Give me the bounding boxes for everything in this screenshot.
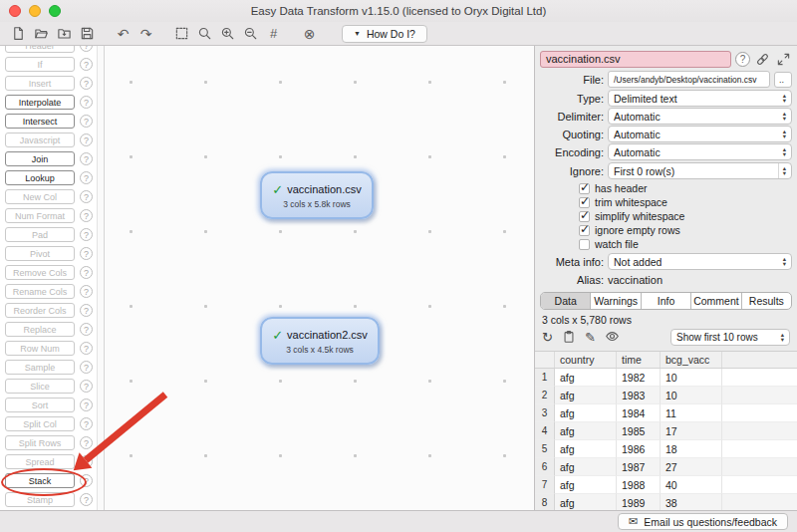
edit-button[interactable]: ✎ — [585, 331, 596, 344]
transform-button[interactable]: Sample — [5, 360, 75, 375]
node-name-field[interactable]: vaccination.csv — [540, 51, 731, 68]
transform-button[interactable]: Pad — [5, 227, 75, 242]
table-row[interactable]: 5 afg 1986 18 — [535, 440, 797, 458]
tab[interactable]: Data — [541, 293, 591, 309]
option-select[interactable]: Delimited text ▴ ▾ — [608, 90, 792, 107]
preview-button[interactable] — [605, 329, 620, 346]
alias-value[interactable]: vaccination — [608, 274, 663, 286]
checkbox[interactable]: ✓ — [579, 225, 590, 236]
help-icon[interactable]: ? — [735, 52, 750, 67]
help-icon[interactable]: ? — [80, 417, 93, 430]
browse-button[interactable]: .. — [774, 72, 792, 88]
transform-button[interactable]: Split Col — [5, 416, 75, 431]
option-select[interactable]: Automatic ▴ ▾ — [608, 143, 792, 160]
transform-button[interactable]: Split Rows — [5, 435, 75, 450]
column-header[interactable]: country — [555, 352, 617, 368]
meta-select[interactable]: Not added ▴ ▾ — [608, 253, 792, 270]
help-icon[interactable]: ? — [80, 323, 93, 336]
transform-button[interactable]: Slice — [5, 379, 75, 394]
help-icon[interactable]: ? — [80, 380, 93, 393]
zoom-in-button[interactable] — [217, 24, 238, 43]
transform-button[interactable]: If — [5, 57, 75, 72]
how-do-i-button[interactable]: ▼ How Do I? — [342, 25, 427, 43]
transform-button[interactable]: Spread — [5, 454, 75, 469]
help-icon[interactable]: ? — [80, 96, 93, 109]
ignore-spinbox[interactable]: First 0 row(s) ▴ ▾ — [608, 162, 792, 179]
copy-button[interactable] — [562, 330, 576, 346]
help-icon[interactable]: ? — [80, 190, 93, 203]
table-row[interactable]: 1 afg 1982 10 — [535, 369, 797, 387]
table-row[interactable]: 2 afg 1983 10 — [535, 387, 797, 404]
help-icon[interactable]: ? — [80, 342, 93, 355]
dataset-node[interactable]: ✓ vaccination.csv 3 cols x 5.8k rows — [260, 171, 374, 219]
help-icon[interactable]: ? — [80, 266, 93, 279]
option-select[interactable]: Automatic ▴ ▾ — [608, 126, 792, 142]
select-items-button[interactable] — [171, 24, 192, 43]
transform-button[interactable]: Lookup — [5, 170, 75, 185]
tab[interactable]: Warnings — [591, 293, 641, 309]
help-icon[interactable]: ? — [80, 228, 93, 241]
toggle-grid-button[interactable]: # — [263, 24, 284, 43]
tab[interactable]: Info — [642, 293, 691, 309]
transform-button[interactable]: Insert — [5, 76, 75, 91]
show-rows-select[interactable]: Show first 10 rows ▴ ▾ — [670, 329, 790, 346]
checkbox[interactable]: ✓ — [579, 211, 590, 222]
help-icon[interactable]: ? — [80, 133, 93, 146]
transform-button[interactable]: New Col — [5, 189, 75, 204]
help-icon[interactable]: ? — [80, 115, 93, 128]
transform-button[interactable]: Javascript — [5, 133, 75, 147]
help-icon[interactable]: ? — [80, 399, 93, 411]
redo-button[interactable]: ↷ — [135, 24, 156, 43]
help-icon[interactable]: ? — [80, 474, 93, 487]
spinner-buttons[interactable]: ▴ ▾ — [778, 163, 790, 178]
zoom-reset-button[interactable] — [194, 24, 215, 43]
transform-button[interactable]: Stamp — [5, 492, 75, 507]
transform-button[interactable]: Pivot — [5, 246, 75, 261]
checkbox[interactable]: ✓ — [579, 197, 590, 208]
sidebar-scrollbar[interactable] — [97, 46, 105, 510]
transform-button[interactable]: Header — [5, 46, 75, 53]
table-row[interactable]: 3 afg 1984 11 — [535, 404, 797, 422]
help-icon[interactable]: ? — [80, 58, 93, 71]
tab[interactable]: Comment — [691, 293, 741, 309]
table-row[interactable]: 4 afg 1985 17 — [535, 422, 797, 440]
cancel-button[interactable]: ⊗ — [299, 24, 320, 43]
transform-button[interactable]: Reorder Cols — [5, 303, 75, 318]
help-icon[interactable]: ? — [80, 46, 93, 52]
open-button[interactable] — [31, 24, 52, 43]
help-icon[interactable]: ? — [80, 152, 93, 165]
transform-button[interactable]: Stack — [5, 473, 75, 488]
transform-button[interactable]: Replace — [5, 322, 75, 337]
transform-button[interactable]: Row Num — [5, 341, 75, 356]
help-icon[interactable]: ? — [80, 493, 93, 506]
tab[interactable]: Results — [742, 293, 791, 309]
help-icon[interactable]: ? — [80, 247, 93, 260]
checkbox[interactable]: ✓ — [579, 239, 590, 250]
transform-button[interactable]: Sort — [5, 398, 75, 412]
table-row[interactable]: 8 afg 1989 38 — [535, 494, 797, 510]
help-icon[interactable]: ? — [80, 455, 93, 468]
help-icon[interactable]: ? — [80, 171, 93, 184]
table-row[interactable]: 7 afg 1988 40 — [535, 476, 797, 494]
help-icon[interactable]: ? — [80, 209, 93, 222]
column-header[interactable]: time — [617, 352, 661, 368]
help-icon[interactable]: ? — [80, 304, 93, 317]
table-row[interactable]: 6 afg 1987 27 — [535, 458, 797, 476]
option-select[interactable]: Automatic ▴ ▾ — [608, 108, 792, 125]
refresh-button[interactable]: ↻ — [542, 331, 553, 344]
transform-button[interactable]: Remove Cols — [5, 265, 75, 280]
dataset-node[interactable]: ✓ vaccination2.csv 3 cols x 4.5k rows — [260, 317, 380, 365]
undo-button[interactable]: ↶ — [113, 24, 133, 43]
help-icon[interactable]: ? — [80, 285, 93, 298]
expand-button[interactable] — [775, 52, 792, 68]
file-path-field[interactable]: /Users/andyb/Desktop/vaccination.csv — [608, 71, 770, 88]
transform-button[interactable]: Intersect — [5, 114, 75, 129]
workflow-canvas[interactable]: ✓ vaccination.csv 3 cols x 5.8k rows ✓ v… — [105, 46, 534, 510]
transform-button[interactable]: Rename Cols — [5, 284, 75, 299]
link-button[interactable] — [754, 52, 771, 68]
zoom-out-button[interactable] — [240, 24, 261, 43]
transform-button[interactable]: Join — [5, 151, 75, 166]
save-button[interactable] — [77, 24, 98, 43]
new-button[interactable] — [8, 24, 29, 43]
transform-button[interactable]: Interpolate — [5, 95, 75, 110]
